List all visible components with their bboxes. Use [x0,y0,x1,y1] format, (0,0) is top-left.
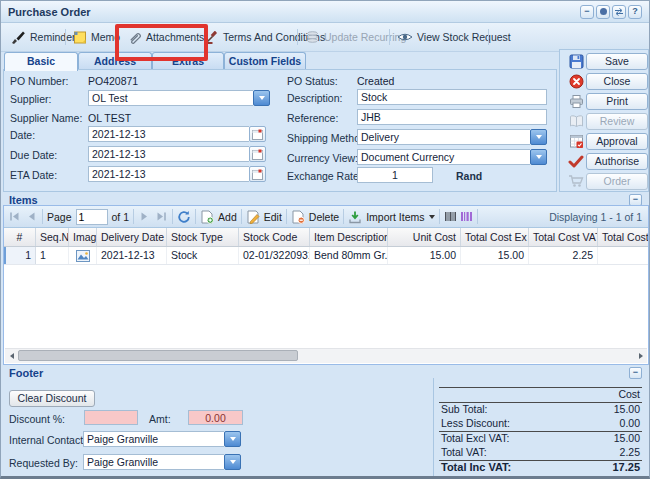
scroll-right-button[interactable] [634,349,647,362]
description-input[interactable] [357,89,547,105]
save-button[interactable]: Save [586,53,648,70]
page-input[interactable] [76,209,108,225]
currency-view-combo[interactable] [357,149,547,165]
print-button[interactable]: Print [586,93,648,110]
internal-contact-input[interactable] [83,431,224,447]
save-icon [568,53,584,69]
due-date-input[interactable] [88,146,249,162]
supplier-combo[interactable] [88,90,270,106]
page-of-label: of 1 [112,211,130,223]
column-header[interactable]: Stock Type [167,228,239,246]
refresh-icon [177,210,191,224]
delete-label: Delete [309,211,339,223]
serial-numbers-button[interactable] [444,210,457,223]
column-header[interactable]: Total Cost VAT [529,228,598,246]
currency-view-input[interactable] [357,149,530,165]
eye-icon [397,31,413,43]
column-header[interactable]: Delivery Date [97,228,167,246]
internal-contact-dropdown-button[interactable] [224,431,241,447]
delete-icon [291,210,305,224]
add-button[interactable]: Add [200,210,237,224]
approval-button[interactable]: Approval [586,133,648,150]
internal-contact-combo[interactable] [83,431,241,447]
date-picker-button[interactable] [249,146,266,162]
next-page-button[interactable] [138,210,151,223]
currency-view-dropdown-button[interactable] [530,149,547,165]
view-stock-request-button[interactable]: View Stock Request [397,28,511,46]
date-picker-button[interactable] [249,126,266,142]
discount-percent-input[interactable] [84,410,138,425]
column-header[interactable]: Seq.No [36,228,69,246]
item-description-cell: Bend 80mm Gr... [310,247,388,264]
column-header[interactable]: Image [69,228,97,246]
purchase-order-window: Purchase Order − ? Reminder [0,0,650,479]
edit-button[interactable]: Edit [246,210,282,224]
horizontal-scrollbar[interactable] [5,348,647,363]
date-input[interactable] [88,126,249,142]
grid-row[interactable]: 1 1 2021-12-13 Stock 02-01/3220931 Bend … [4,247,648,265]
shipping-method-combo[interactable] [357,129,547,145]
image-thumbnail-icon [76,250,90,262]
less-discount-label: Less Discount: [441,417,510,431]
dock-button[interactable] [612,5,626,19]
scroll-left-icon [10,353,14,359]
tab-custom-fields[interactable]: Custom Fields [224,52,306,69]
delete-button[interactable]: Delete [291,210,339,224]
supplier-input[interactable] [88,90,253,106]
last-page-button[interactable] [155,210,168,223]
chevron-down-icon [536,135,542,139]
batch-numbers-button[interactable] [460,210,473,223]
clear-discount-button[interactable]: Clear Discount [9,390,95,407]
total-cost-vat-cell: 2.25 [529,247,598,264]
pin-button[interactable] [596,5,610,19]
tab-extras[interactable]: Extras [152,52,224,69]
requested-by-dropdown-button[interactable] [224,454,241,470]
total-inc-vat-label: Total Inc VAT: [441,461,511,475]
image-cell[interactable] [69,247,97,264]
shipping-method-dropdown-button[interactable] [530,129,547,145]
add-icon [200,210,214,224]
barcode-dark-icon [444,210,457,223]
pin-icon [600,8,607,15]
total-vat-label: Total VAT: [441,446,487,460]
import-items-button[interactable]: Import Items [348,210,434,224]
total-vat-value: 2.25 [620,446,640,460]
memo-button[interactable]: Memo [73,28,120,46]
separator [297,29,298,45]
scrollbar-thumb[interactable] [18,350,298,361]
prev-page-button[interactable] [25,210,38,223]
column-header[interactable]: Unit Cost [388,228,461,246]
eta-date-field[interactable] [88,166,266,182]
column-header[interactable]: Total Cost I [598,228,648,246]
date-picker-button[interactable] [249,166,266,182]
date-field[interactable] [88,126,266,142]
attachments-button[interactable]: Attachments [127,28,204,46]
minimize-button[interactable]: − [580,5,594,19]
supplier-dropdown-button[interactable] [253,90,270,106]
first-page-button[interactable] [8,210,21,223]
column-header[interactable]: # [4,228,36,246]
requested-by-input[interactable] [83,454,224,470]
due-date-field[interactable] [88,146,266,162]
close-button[interactable]: Close [586,73,648,90]
requested-by-combo[interactable] [83,454,241,470]
tab-address[interactable]: Address [78,52,152,69]
separator [389,29,390,45]
column-header[interactable]: Total Cost Ex VAT [461,228,529,246]
authorise-button[interactable]: Authorise [586,153,648,170]
column-header[interactable]: Item Description [310,228,388,246]
import-items-label: Import Items [366,211,424,223]
discount-amount-input[interactable] [188,410,243,425]
currency-view-label: Currency View: [287,152,358,164]
exchange-rate-input[interactable] [357,167,433,183]
column-header[interactable]: Stock Code [239,228,310,246]
refresh-button[interactable] [177,210,191,224]
shipping-method-input[interactable] [357,129,530,145]
help-button[interactable]: ? [628,5,642,19]
view-stock-request-label: View Stock Request [417,31,511,43]
memo-label: Memo [91,31,120,43]
reference-input[interactable] [357,109,547,125]
scroll-left-button[interactable] [5,349,18,362]
tab-basic[interactable]: Basic [4,52,78,71]
eta-date-input[interactable] [88,166,249,182]
